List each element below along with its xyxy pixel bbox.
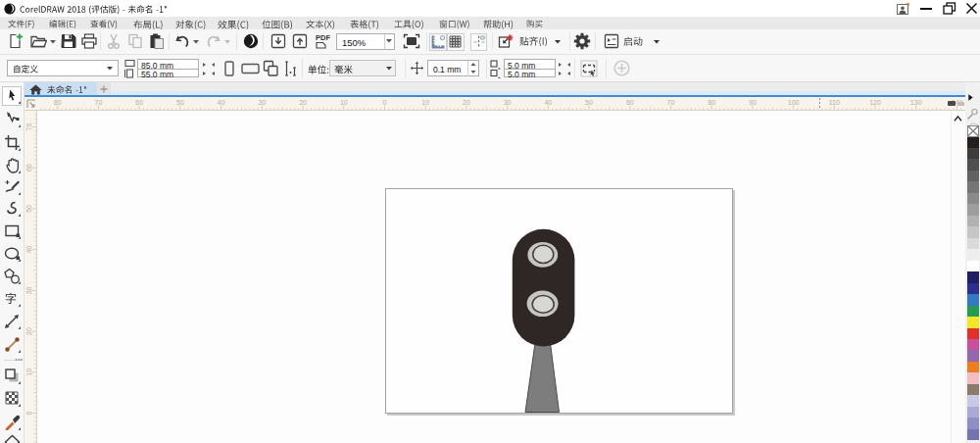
svg-text:20: 20	[25, 327, 32, 335]
svg-text:30: 30	[25, 286, 32, 294]
svg-text:0: 0	[25, 411, 32, 415]
svg-text:40: 40	[25, 246, 32, 254]
svg-text:50: 50	[25, 205, 32, 213]
svg-text:10: 10	[25, 369, 32, 376]
svg-text:70: 70	[25, 123, 32, 131]
svg-text:60: 60	[25, 164, 32, 172]
